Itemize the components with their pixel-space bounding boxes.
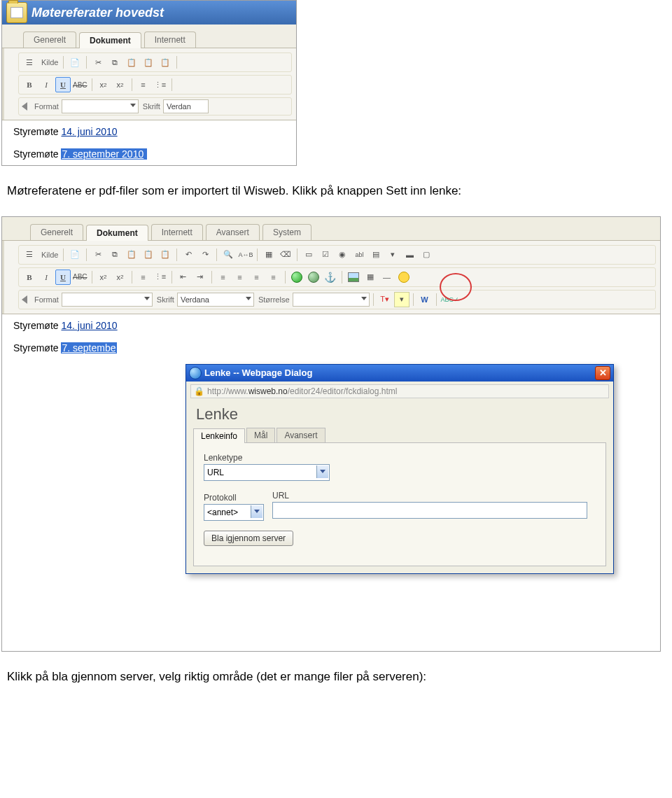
tab2-avansert[interactable]: Avansert — [206, 224, 260, 240]
indent-icon[interactable]: ⇥ — [192, 270, 208, 285]
tab2-system[interactable]: System — [262, 224, 312, 240]
newdoc-icon[interactable]: 📄 — [67, 55, 83, 70]
selected-link: 7. september 2010 — [61, 148, 147, 160]
source-label-2: Kilde — [41, 251, 58, 259]
select-icon[interactable]: ▾ — [385, 247, 400, 262]
textfield-icon[interactable]: abl — [351, 247, 367, 262]
redo-icon[interactable]: ↷ — [197, 247, 213, 262]
underline-button-2[interactable]: U — [55, 270, 71, 285]
radio-icon[interactable]: ◉ — [335, 247, 350, 262]
e2-line2-link[interactable]: 7. septembe — [62, 342, 115, 354]
collapse-icon[interactable] — [22, 102, 27, 111]
paste-icon[interactable]: 📋 — [124, 55, 139, 70]
selectall-icon[interactable]: ▦ — [261, 247, 276, 262]
protokoll-select[interactable]: <annet> — [204, 504, 264, 521]
newdoc-icon-2[interactable]: 📄 — [67, 247, 83, 262]
e2-line1: Styremøte — [13, 320, 61, 331]
unordered-list-icon[interactable]: ⋮≡ — [153, 77, 168, 92]
insert-link-button[interactable] — [289, 270, 304, 285]
dialog-tab-avansert[interactable]: Avansert — [276, 428, 325, 442]
chevron-down-icon — [316, 465, 328, 478]
italic-button-2[interactable]: I — [38, 270, 54, 285]
tab-generelt[interactable]: Generelt — [23, 31, 76, 48]
collapse-icon-2[interactable] — [22, 295, 27, 304]
tab-internett[interactable]: Internett — [144, 31, 196, 48]
copy-icon[interactable]: ⧉ — [107, 55, 122, 70]
paste-word-icon-2[interactable]: 📋 — [158, 247, 173, 262]
replace-icon[interactable]: A↔B — [237, 247, 253, 262]
removeformat-icon[interactable]: ⌫ — [278, 247, 293, 262]
source-icon[interactable]: ☰ — [22, 55, 37, 70]
e2-line1-link[interactable]: 14. juni 2010 — [61, 320, 117, 331]
ie-icon — [189, 367, 202, 379]
tab-row-2: Generelt Dokument Internett Avansert Sys… — [2, 217, 660, 241]
dialog-tab-lenkeinfo[interactable]: Lenkeinfo — [193, 428, 245, 443]
bold-button-2[interactable]: B — [22, 270, 37, 285]
table-icon[interactable]: ▦ — [363, 270, 378, 285]
url-input[interactable] — [272, 502, 587, 519]
font-select-2[interactable]: Verdana — [177, 293, 254, 307]
undo-icon[interactable]: ↶ — [181, 247, 196, 262]
line1-text: Styremøte — [13, 126, 61, 137]
spellcheck-icon[interactable]: ABC✓ — [440, 292, 461, 307]
format-select[interactable] — [62, 99, 139, 113]
italic-button[interactable]: I — [38, 77, 54, 92]
editor-content-1[interactable]: Styremøte 14. juni 2010 Styremøte 7. sep… — [2, 120, 296, 165]
paste-text-icon[interactable]: 📋 — [141, 55, 156, 70]
align-center-icon[interactable]: ≡ — [232, 270, 248, 285]
tab2-internett[interactable]: Internett — [151, 224, 203, 240]
strike-button[interactable]: ABC — [72, 77, 88, 92]
hr-icon[interactable]: — — [379, 270, 395, 285]
close-icon[interactable]: ✕ — [595, 366, 610, 380]
line1-link[interactable]: 14. juni 2010 — [61, 126, 117, 137]
paste-icon-2[interactable]: 📋 — [124, 247, 139, 262]
textarea-icon[interactable]: ▤ — [368, 247, 384, 262]
image-icon[interactable] — [346, 270, 361, 285]
ul-icon-2[interactable]: ⋮≡ — [153, 270, 168, 285]
bold-button[interactable]: B — [22, 77, 37, 92]
ordered-list-icon[interactable]: ≡ — [136, 77, 151, 92]
anchor-icon[interactable]: ⚓ — [323, 270, 338, 285]
format-select-2[interactable] — [62, 293, 153, 307]
source-icon-2[interactable]: ☰ — [22, 247, 37, 262]
remove-link-button[interactable] — [306, 270, 321, 285]
browse-server-button[interactable]: Bla igjennom server — [204, 531, 293, 546]
paste-word-icon[interactable]: 📋 — [158, 55, 173, 70]
cut-icon-2[interactable]: ✂ — [90, 247, 106, 262]
superscript-button[interactable]: x2 — [113, 77, 128, 92]
checkbox-icon[interactable]: ☑ — [318, 247, 333, 262]
paste-text-icon-2[interactable]: 📋 — [141, 247, 156, 262]
find-icon[interactable]: 🔍 — [220, 247, 236, 262]
word-icon[interactable]: W — [417, 292, 433, 307]
subscript-button-2[interactable]: x2 — [96, 270, 111, 285]
lenketype-label: Lenketype — [204, 453, 596, 463]
bgcolor-icon[interactable]: ▾ — [394, 292, 410, 307]
window-title-bar: Møtereferater hovedst — [2, 1, 296, 24]
superscript-button-2[interactable]: x2 — [113, 270, 128, 285]
subscript-button[interactable]: x2 — [96, 77, 111, 92]
dialog-title: Lenke -- Webpage Dialog — [204, 368, 312, 378]
button-icon[interactable]: ▬ — [402, 247, 417, 262]
textcolor-icon[interactable]: T▾ — [377, 292, 393, 307]
size-select[interactable] — [293, 293, 370, 307]
tab2-generelt[interactable]: Generelt — [30, 224, 83, 240]
tab-dokument[interactable]: Dokument — [79, 32, 141, 48]
underline-button[interactable]: U — [55, 77, 71, 92]
align-right-icon[interactable]: ≡ — [249, 270, 265, 285]
tab2-dokument[interactable]: Dokument — [86, 225, 148, 241]
form-icon[interactable]: ▭ — [301, 247, 316, 262]
ol-icon-2[interactable]: ≡ — [136, 270, 151, 285]
font-select[interactable]: Verdan — [163, 99, 209, 113]
image-button-icon[interactable]: ▢ — [419, 247, 434, 262]
outdent-icon[interactable]: ⇤ — [176, 270, 191, 285]
cut-icon[interactable]: ✂ — [90, 55, 106, 70]
font-label: Skrift — [143, 102, 160, 111]
copy-icon-2[interactable]: ⧉ — [107, 247, 122, 262]
lenketype-select[interactable]: URL — [204, 464, 330, 481]
align-left-icon[interactable]: ≡ — [216, 270, 231, 285]
toolbar-1: ☰ Kilde 📄 ✂ ⧉ 📋 📋 📋 B I U ABC x2 x2 ≡ ⋮≡ — [2, 48, 296, 120]
dialog-tab-mal[interactable]: Mål — [246, 428, 275, 442]
align-justify-icon[interactable]: ≡ — [266, 270, 281, 285]
strike-button-2[interactable]: ABC — [72, 270, 88, 285]
smiley-icon[interactable] — [396, 270, 412, 285]
